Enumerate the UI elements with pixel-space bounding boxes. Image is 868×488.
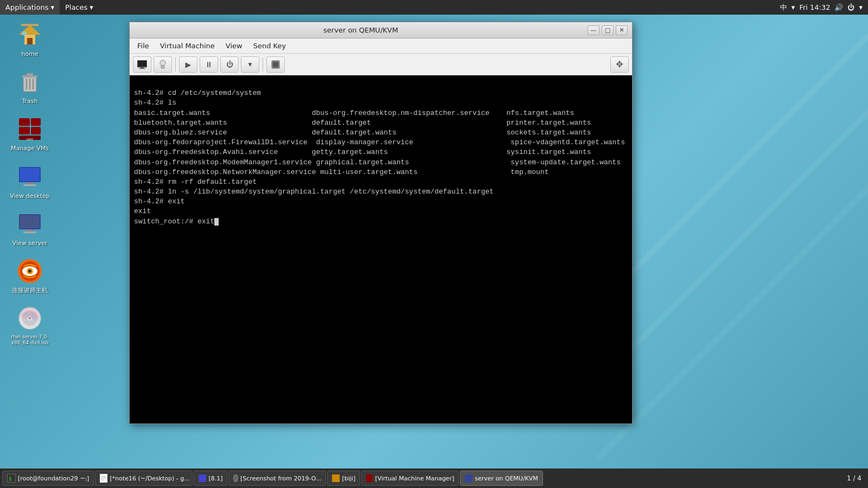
desktop-icon-trash[interactable]: Trash [8, 69, 52, 105]
trash-icon [17, 69, 43, 95]
dvd-svg [17, 305, 43, 331]
applications-label: Applications [5, 3, 48, 11]
svg-rect-6 [22, 75, 37, 78]
toolbar-media-button[interactable] [266, 56, 285, 73]
pager-text: 1 / 4 [847, 474, 861, 482]
svg-rect-23 [27, 229, 33, 232]
terminal-output[interactable]: sh-4.2# cd /etc/systemd/system sh-4.2# l… [130, 75, 632, 423]
taskbar-virt-manager-label: [Virtual Machine Manager] [375, 475, 454, 482]
home-icon [17, 22, 43, 48]
kvm-window: server on QEMU/KVM — □ ✕ File Virtual Ma… [129, 22, 633, 424]
svg-rect-42 [273, 62, 278, 67]
taskbar-top-left: Applications ▾ Places ▾ [0, 0, 99, 15]
svg-rect-3 [27, 38, 33, 44]
window-buttons: — □ ✕ [588, 25, 628, 35]
toolbar-play-button[interactable]: ▶ [179, 56, 197, 73]
toolbar-resize-button[interactable]: ✥ [610, 56, 629, 73]
taskbar-top: Applications ▾ Places ▾ 中 ▾ Fri 14:32 🔊 … [0, 0, 868, 15]
im-arrow[interactable]: ▾ [792, 3, 795, 11]
applications-menu[interactable]: Applications ▾ [0, 0, 60, 15]
desktop-icon-view-server[interactable]: View server [8, 211, 52, 247]
menu-file[interactable]: File [132, 38, 155, 54]
window-title: server on QEMU/KVM [134, 26, 588, 34]
terminal-cursor [214, 218, 219, 226]
connect-teacher-icon-label: 连接讲师主机 [10, 286, 49, 294]
desktop-icons: home Trash [8, 22, 52, 346]
window-menubar: File Virtual Machine View Send Key [130, 38, 632, 54]
input-method[interactable]: 中 [780, 3, 787, 12]
taskbar-kvm-label: server on QEMU/KVM [475, 475, 538, 482]
config-icon [158, 60, 167, 69]
taskbar-btn-virt-manager[interactable]: [Virtual Machine Manager] [361, 471, 459, 486]
power-icon[interactable]: ⏻ [847, 3, 854, 11]
taskbar-biji-label: [biji] [342, 475, 355, 482]
clock: Fri 14:32 [799, 3, 830, 11]
taskbar-btn-screenshot[interactable]: [Screenshot from 2019-O... [228, 471, 326, 486]
toolbar-pause-button[interactable]: ⏸ [200, 56, 218, 73]
terminal-taskbar-icon: $ [7, 474, 16, 483]
svg-rect-36 [138, 61, 146, 67]
taskbar-btn-biji[interactable]: [biji] [327, 471, 360, 486]
toolbar-power-button[interactable]: ⏻ [220, 56, 239, 73]
toolbar-display-button[interactable] [133, 56, 151, 73]
svg-text:VIRT: VIRT [26, 138, 34, 141]
toolbar-config-button[interactable] [154, 56, 172, 73]
power-arrow[interactable]: ▾ [859, 3, 863, 11]
taskbar-screenshot-label: [Screenshot from 2019-O... [240, 475, 321, 482]
maximize-button[interactable]: □ [602, 25, 614, 35]
manage-vms-icon-label: Manage VMs [9, 144, 50, 152]
minimize-button[interactable]: — [588, 25, 599, 35]
desktop-icon-view-desktop[interactable]: View desktop [8, 164, 52, 200]
svg-rect-20 [23, 184, 36, 186]
screenshot-taskbar-icon [233, 474, 238, 482]
desktop-icon-manage-vms[interactable]: VIRT Manage VMs [8, 116, 52, 152]
taskbar-bottom: $ [root@foundation29 ~:] [*note16 (~/Des… [0, 468, 868, 488]
menu-virtual-machine[interactable]: Virtual Machine [155, 38, 220, 54]
kvm-taskbar-icon [465, 474, 473, 482]
view-desktop-icon-label: View desktop [8, 192, 51, 200]
close-button[interactable]: ✕ [616, 25, 628, 35]
window-toolbar: ▶ ⏸ ⏻ ▼ ✥ [130, 54, 632, 75]
svg-rect-12 [31, 118, 41, 126]
volume-icon[interactable]: 🔊 [834, 3, 843, 11]
taskbar-terminal-label: [root@foundation29 ~:] [18, 475, 89, 482]
svg-rect-14 [31, 127, 41, 134]
desktop-icon-dvd[interactable]: rhel-server-7.0-x86_64-dvd.iso [8, 305, 52, 346]
svg-rect-24 [23, 232, 36, 233]
window-titlebar: server on QEMU/KVM — □ ✕ [130, 22, 632, 38]
svg-rect-11 [19, 118, 30, 126]
desktop-icon-home[interactable]: home [8, 22, 52, 58]
dvd-icon-label: rhel-server-7.0-x86_64-dvd.iso [8, 333, 52, 346]
places-menu[interactable]: Places ▾ [60, 0, 99, 15]
applications-arrow: ▾ [50, 3, 54, 11]
taskbar-btn-terminal[interactable]: $ [root@foundation29 ~:] [2, 471, 94, 486]
taskbar-gedit-label: [8.1] [208, 475, 222, 482]
toolbar-dropdown-button[interactable]: ▼ [241, 56, 259, 73]
taskbar-pager: 1 / 4 [847, 474, 866, 482]
toolbar-sep-2 [263, 57, 263, 72]
connect-teacher-svg [17, 258, 43, 284]
view-desktop-svg [17, 164, 43, 190]
taskbar-note-label: [*note16 (~/Desktop) - g... [110, 475, 189, 482]
svg-point-39 [160, 60, 165, 66]
taskbar-btn-note[interactable]: [*note16 (~/Desktop) - g... [95, 471, 193, 486]
desktop: Applications ▾ Places ▾ 中 ▾ Fri 14:32 🔊 … [0, 0, 868, 488]
view-desktop-icon [17, 164, 43, 190]
toolbar-sep-1 [175, 57, 176, 72]
desktop-icon-connect-teacher[interactable]: 连接讲师主机 [8, 258, 52, 294]
biji-taskbar-icon [332, 474, 340, 482]
view-server-icon [17, 211, 43, 237]
view-server-icon-label: View server [11, 239, 49, 247]
menu-send-key[interactable]: Send Key [248, 38, 291, 54]
svg-rect-19 [27, 182, 33, 184]
gedit-taskbar-icon [199, 474, 206, 482]
svg-rect-37 [141, 67, 144, 68]
taskbar-btn-gedit[interactable]: [8.1] [194, 471, 227, 486]
taskbar-btn-kvm[interactable]: server on QEMU/KVM [460, 471, 543, 486]
svg-rect-40 [161, 66, 164, 68]
menu-view[interactable]: View [220, 38, 248, 54]
svg-rect-18 [20, 168, 40, 181]
places-arrow: ▾ [90, 3, 93, 11]
virt-manager-taskbar-icon [366, 474, 373, 482]
svg-rect-7 [27, 73, 33, 75]
